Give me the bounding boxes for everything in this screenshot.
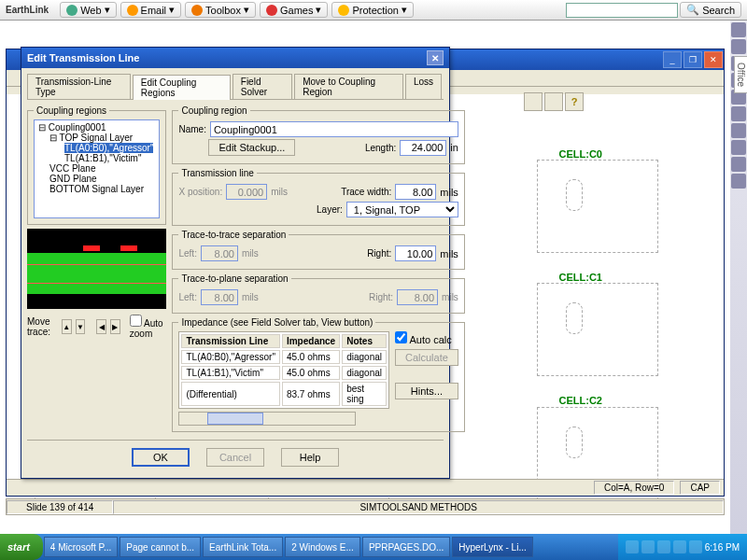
- toolbox-button[interactable]: Toolbox ▾: [185, 2, 256, 18]
- table-row[interactable]: TL(A1:B1),"Victim"45.0 ohmsdiagonal: [181, 366, 387, 380]
- tray-icon[interactable]: [657, 540, 670, 553]
- tracewidth-input[interactable]: [395, 184, 436, 200]
- coupling-name-input[interactable]: [210, 121, 458, 137]
- tray-icon[interactable]: [731, 39, 746, 54]
- task-item[interactable]: 2 Windows E...: [285, 537, 360, 557]
- tab-loss[interactable]: Loss: [405, 74, 442, 99]
- layer-label: Layer:: [317, 204, 343, 215]
- impedance-scrollbar[interactable]: [178, 412, 356, 426]
- plane-sep-legend: Trace-to-plane separation: [178, 273, 290, 284]
- table-row[interactable]: TL(A0:B0),"Agressor"45.0 ohmsdiagonal: [181, 350, 387, 364]
- tree-vcc[interactable]: VCC Plane: [49, 163, 95, 174]
- move-right-button[interactable]: ▶: [110, 319, 120, 334]
- clock: 6:16 PM: [705, 542, 740, 553]
- toolbar-icon[interactable]: [524, 92, 543, 111]
- tab-edit-coupling[interactable]: Edit Coupling Regions: [133, 75, 231, 100]
- maximize-button[interactable]: ❐: [684, 51, 702, 68]
- ok-button[interactable]: OK: [132, 448, 190, 467]
- tray-icon[interactable]: [731, 140, 746, 155]
- task-item[interactable]: 4 Microsoft P...: [44, 537, 118, 557]
- length-unit: in: [450, 142, 458, 153]
- slide-bar: Slide 139 of 414 SIMTOOLSAND METHODS: [6, 498, 725, 515]
- tree-gnd[interactable]: GND Plane: [49, 174, 97, 184]
- tab-tline-type[interactable]: Transmission-Line Type: [27, 74, 131, 99]
- move-down-button[interactable]: ▼: [76, 319, 86, 334]
- auto-zoom-checkbox[interactable]: [130, 315, 142, 327]
- edit-stackup-button[interactable]: Edit Stackup...: [208, 139, 295, 156]
- toolbox-icon: [191, 5, 203, 16]
- xpos-label: X position:: [178, 187, 222, 197]
- protection-button[interactable]: Protection ▾: [331, 2, 414, 18]
- search-input[interactable]: [566, 3, 678, 18]
- tree-bottom[interactable]: BOTTOM Signal Layer: [49, 184, 144, 194]
- table-row[interactable]: (Differential)83.7 ohmsbest sing: [181, 382, 387, 406]
- dialog-titlebar[interactable]: Edit Transmission Line ✕: [21, 48, 449, 68]
- dialog-close-button[interactable]: ✕: [427, 50, 444, 65]
- system-tray[interactable]: 6:16 PM: [618, 534, 747, 560]
- statusbar: Col=A, Row=0 CAP: [7, 479, 724, 496]
- tsep-left-label: Left:: [178, 248, 196, 259]
- length-input[interactable]: [400, 140, 446, 156]
- layer-select[interactable]: 1, Signal, TOP: [346, 202, 458, 217]
- tray-icon[interactable]: [731, 22, 746, 37]
- move-left-button[interactable]: ◀: [96, 319, 106, 334]
- tsep-right-input[interactable]: [395, 245, 436, 261]
- impedance-fieldset: Impedance (see Field Solver tab, View bu…: [172, 317, 464, 432]
- tray-icon[interactable]: [731, 106, 746, 121]
- tray-icon[interactable]: [673, 540, 686, 553]
- auto-calc-checkbox[interactable]: [395, 331, 407, 343]
- tracewidth-label: Trace width:: [341, 187, 391, 197]
- tray-icon[interactable]: [731, 123, 746, 138]
- tray-icon[interactable]: [641, 540, 655, 553]
- plane-line: [27, 283, 166, 284]
- help-icon[interactable]: ?: [565, 92, 584, 111]
- toolbar-icon[interactable]: [544, 92, 563, 111]
- slide-title: SIMTOOLSAND METHODS: [113, 500, 724, 514]
- transmission-line-fieldset: Transmission line X position: mils Trace…: [172, 168, 464, 226]
- impedance-table: Transmission Line Impedance Notes TL(A0:…: [178, 331, 389, 409]
- help-button[interactable]: Help: [281, 448, 339, 467]
- email-button[interactable]: Email ▾: [120, 2, 182, 18]
- impedance-legend: Impedance (see Field Solver tab, View bu…: [178, 317, 375, 328]
- th-tl[interactable]: Transmission Line: [181, 334, 279, 348]
- trace-sep-legend: Trace-to-trace separation: [178, 230, 289, 240]
- office-tab[interactable]: Office: [734, 56, 747, 93]
- tab-move-coupling[interactable]: Move to Coupling Region: [294, 74, 403, 99]
- tray-icon[interactable]: [626, 540, 639, 553]
- dielectric: [27, 253, 166, 294]
- move-up-button[interactable]: ▲: [62, 319, 72, 334]
- task-item[interactable]: Page cannot b...: [120, 537, 201, 557]
- tray-icon[interactable]: [731, 157, 746, 172]
- th-notes[interactable]: Notes: [342, 334, 387, 348]
- tree-tl-victim[interactable]: TL(A1:B1),"Victim": [64, 153, 142, 163]
- dialog-tabs: Transmission-Line Type Edit Coupling Reg…: [27, 74, 444, 100]
- games-button[interactable]: Games ▾: [260, 2, 328, 18]
- th-imp[interactable]: Impedance: [282, 334, 340, 348]
- start-button[interactable]: start: [0, 534, 43, 560]
- tree-root[interactable]: Coupling0001: [49, 122, 106, 133]
- search-label: Search: [702, 5, 735, 16]
- task-item[interactable]: PPRPAGES.DO...: [362, 537, 450, 557]
- hints-button[interactable]: Hints...: [395, 383, 458, 399]
- email-label: Email: [141, 5, 167, 16]
- tab-field-solver[interactable]: Field Solver: [233, 74, 292, 99]
- psep-right-label: Right:: [369, 292, 393, 302]
- trace-b: [120, 245, 137, 251]
- task-item[interactable]: EarthLink Tota...: [203, 537, 283, 557]
- tree-top-layer[interactable]: TOP Signal Layer: [60, 133, 134, 143]
- protection-label: Protection: [352, 5, 399, 16]
- tree-tl-agressor[interactable]: TL(A0:B0),"Agressor": [64, 143, 153, 153]
- tray-icon[interactable]: [689, 540, 702, 553]
- edit-transmission-line-dialog: Edit Transmission Line ✕ Transmission-Li…: [21, 47, 450, 479]
- task-item-active[interactable]: HyperLynx - Li...: [452, 537, 532, 557]
- coupling-regions-legend: Coupling regions: [34, 105, 109, 116]
- tray-icon[interactable]: [731, 174, 746, 189]
- minimize-button[interactable]: _: [663, 51, 682, 68]
- search-button[interactable]: 🔍Search: [680, 2, 741, 18]
- close-button[interactable]: ✕: [704, 51, 723, 68]
- calculate-button: Calculate: [395, 349, 458, 366]
- plane-line: [27, 264, 166, 265]
- coupling-tree[interactable]: ⊟ Coupling0001 ⊟ TOP Signal Layer TL(A0:…: [34, 119, 160, 218]
- cell-label: CELL:C0: [559, 148, 602, 160]
- web-button[interactable]: Web ▾: [60, 2, 116, 18]
